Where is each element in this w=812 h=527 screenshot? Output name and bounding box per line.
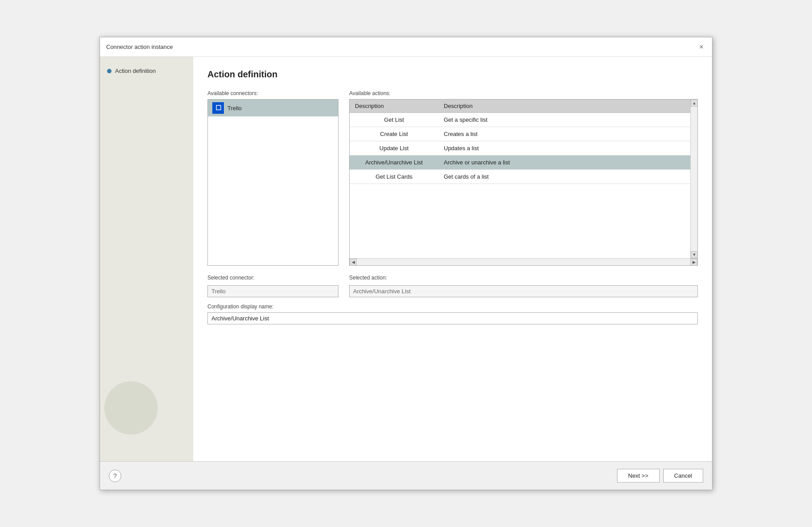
- col-header-name: Description: [350, 100, 438, 113]
- table-row[interactable]: Create List Creates a list: [350, 127, 697, 141]
- next-button[interactable]: Next >>: [617, 469, 660, 483]
- connectors-column: Available connectors: ☐ Trello: [207, 90, 338, 266]
- selected-connector-input: [207, 285, 338, 297]
- table-row[interactable]: Update List Updates a list: [350, 141, 697, 156]
- action-name-cell: Get List Cards: [350, 170, 438, 184]
- help-button[interactable]: ?: [109, 470, 121, 482]
- action-description-cell: Archive or unarchive a list: [438, 156, 697, 170]
- config-display-name-row: Configuration display name:: [207, 303, 698, 324]
- horizontal-scrollbar[interactable]: ◀ ▶: [350, 258, 697, 265]
- page-title: Action definition: [207, 69, 698, 80]
- actions-table-scroll[interactable]: Description Description Get List Get a s…: [350, 100, 697, 258]
- selected-connector-group: Selected connector:: [207, 275, 338, 297]
- dialog-title: Connector action instance: [106, 44, 173, 50]
- selected-action-group: Selected action:: [349, 275, 698, 297]
- connector-item-trello[interactable]: ☐ Trello: [208, 100, 338, 116]
- actions-table: Description Description Get List Get a s…: [350, 100, 697, 184]
- selected-connector-label: Selected connector:: [207, 275, 338, 281]
- table-row[interactable]: Get List Get a specific list: [350, 113, 697, 127]
- action-name-cell: Update List: [350, 141, 438, 156]
- footer-buttons: Next >> Cancel: [617, 469, 703, 483]
- sidebar-item-action-definition[interactable]: Action definition: [100, 64, 193, 78]
- field-row-connectors-actions: Selected connector: Selected action:: [207, 275, 698, 297]
- connector-name: Trello: [227, 105, 242, 112]
- config-display-name-input[interactable]: [207, 312, 698, 324]
- main-content: Action definition Available connectors: …: [193, 57, 712, 461]
- available-actions-label: Available actions:: [349, 90, 698, 96]
- table-row[interactable]: Archive/Unarchive List Archive or unarch…: [350, 156, 697, 170]
- table-row[interactable]: Get List Cards Get cards of a list: [350, 170, 697, 184]
- selected-action-input: [349, 285, 698, 297]
- trello-icon-letter: ☐: [215, 104, 221, 112]
- action-description-cell: Get cards of a list: [438, 170, 697, 184]
- two-col-section: Available connectors: ☐ Trello Available…: [207, 90, 698, 266]
- dialog-body: Action definition Action definition Avai…: [100, 57, 712, 461]
- action-description-cell: Updates a list: [438, 141, 697, 156]
- available-connectors-label: Available connectors:: [207, 90, 338, 96]
- scroll-right-arrow[interactable]: ▶: [690, 259, 697, 266]
- action-name-cell: Create List: [350, 127, 438, 141]
- close-button[interactable]: ×: [697, 43, 706, 52]
- sidebar: Action definition: [100, 57, 193, 461]
- connectors-list[interactable]: ☐ Trello: [207, 99, 338, 266]
- action-name-cell: Get List: [350, 113, 438, 127]
- dialog-footer: ? Next >> Cancel: [100, 461, 712, 490]
- action-name-cell: Archive/Unarchive List: [350, 156, 438, 170]
- scroll-left-arrow[interactable]: ◀: [350, 259, 357, 266]
- config-display-name-label: Configuration display name:: [207, 303, 698, 310]
- col-header-description: Description: [438, 100, 697, 113]
- action-description-cell: Creates a list: [438, 127, 697, 141]
- dialog-titlebar: Connector action instance ×: [100, 37, 712, 57]
- selected-action-label: Selected action:: [349, 275, 698, 281]
- sidebar-item-label: Action definition: [115, 68, 156, 74]
- sidebar-dot-icon: [107, 69, 111, 73]
- scroll-thumb: [691, 107, 697, 251]
- scroll-up-arrow[interactable]: ▲: [691, 100, 697, 107]
- horiz-scroll-track: [357, 259, 690, 265]
- scroll-down-arrow[interactable]: ▼: [691, 251, 697, 258]
- cancel-button[interactable]: Cancel: [663, 469, 703, 483]
- actions-column: Available actions: Description Descripti…: [349, 90, 698, 266]
- bottom-fields: Selected connector: Selected action: Con…: [207, 275, 698, 324]
- vertical-scrollbar[interactable]: ▲ ▼: [690, 100, 697, 258]
- dialog: Connector action instance × Action defin…: [100, 37, 712, 490]
- trello-icon: ☐: [212, 102, 224, 114]
- actions-table-wrapper: Description Description Get List Get a s…: [349, 99, 698, 266]
- action-description-cell: Get a specific list: [438, 113, 697, 127]
